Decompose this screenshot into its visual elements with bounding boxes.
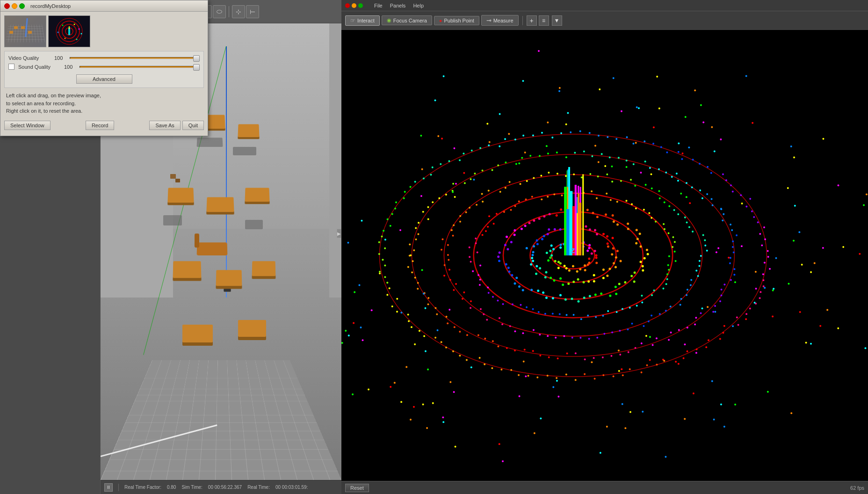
focus-camera-button[interactable]: ◉ Focus Camera [382,15,432,25]
publish-point-button[interactable]: ● Publish Point [434,16,479,25]
svg-point-4 [62,25,64,26]
toolbar-pointer-icon[interactable]: ⊹ [232,5,245,18]
rmd-preview-left[interactable] [4,15,46,47]
svg-point-6 [79,29,80,30]
rviz-dropdown-button[interactable]: ▼ [552,15,562,26]
video-quality-slider[interactable] [70,57,200,59]
interact-label: Interact [357,18,375,23]
svg-rect-12 [69,26,70,29]
svg-point-9 [65,38,66,39]
rviz-add-button[interactable]: + [527,15,537,26]
measure-button[interactable]: ⊸ Measure [481,15,519,26]
rmd-title: recordMyDesktop [30,3,71,9]
rviz-window-controls [345,3,363,8]
sim-time-value: 00 00:56:22.367 [208,485,242,490]
rviz-panels-menu[interactable]: Panels [390,3,406,8]
toolbar-sep-3 [229,6,229,17]
measure-label: Measure [493,18,514,23]
svg-point-7 [58,32,59,33]
sim-time-label: Sim Time: [181,485,202,490]
rviz-maximize-btn[interactable] [358,3,363,8]
rmd-minimize-btn[interactable] [12,3,17,9]
rviz-reset-button[interactable]: Reset [345,484,369,492]
status-bar: ⏸ Real Time Factor: 0.80 Sim Time: 00 00… [101,480,341,494]
rmd-preview-right[interactable] [48,15,90,47]
video-quality-value: 100 [54,55,66,61]
rmd-bottom-buttons: Select Window Record Save As Quit [4,119,204,132]
rmd-instructions: Left click and drag, on the preview imag… [4,92,204,115]
quit-button[interactable]: Quit [182,121,204,130]
rmd-close-btn[interactable] [4,3,10,9]
sound-quality-value: 100 [64,64,76,70]
svg-point-10 [76,39,78,40]
real-time-value: 00 00:03:01.59: [275,485,308,490]
rviz-settings-button[interactable]: ≡ [539,15,549,26]
rmd-controls: Video Quality 100 Sound Quality 100 Adva… [4,51,204,88]
point-cloud-canvas [341,30,868,481]
publish-point-icon: ● [439,18,442,23]
save-as-button[interactable]: Save As [149,121,180,130]
dropdown-icon: ▼ [554,17,560,24]
rviz-close-btn[interactable] [345,3,350,8]
rviz-menubar: File Panels Help [341,0,868,11]
video-quality-row: Video Quality 100 [8,55,200,61]
realtime-factor-value: 0.80 [167,485,176,490]
realtime-factor-label: Real Time Factor: [124,485,161,490]
sound-quality-checkbox[interactable] [8,64,14,70]
advanced-button[interactable]: Advanced [76,74,132,84]
rmd-window: recordMyDesktop [0,0,208,136]
focus-camera-icon: ◉ [387,17,391,23]
measure-icon: ⊸ [486,17,492,24]
rmd-titlebar: recordMyDesktop [0,0,208,12]
plus-icon: + [529,17,533,24]
interact-button[interactable]: ☞ Interact [345,15,380,26]
focus-camera-label: Focus Camera [393,18,427,23]
real-time-label: Real Time: [247,485,270,490]
rviz-bottom-bar: Reset 62 fps [341,481,868,494]
rmd-preview-area [4,15,204,47]
rmd-maximize-btn[interactable] [19,3,25,9]
rviz-window: File Panels Help ☞ Interact ◉ Focus Came… [341,0,868,494]
toolbar-cylinder-icon[interactable]: ⬭ [213,5,226,18]
point-cloud-view[interactable] [341,30,868,481]
rviz-toolbar-sep [522,16,523,25]
sound-quality-slider[interactable] [80,66,200,68]
publish-point-label: Publish Point [444,18,474,23]
settings-icon: ≡ [542,17,545,24]
interact-icon: ☞ [350,17,355,24]
rviz-toolbar: ☞ Interact ◉ Focus Camera ● Publish Poin… [341,11,868,30]
sound-quality-label: Sound Quality [18,64,60,70]
svg-point-5 [74,24,75,25]
video-quality-label: Video Quality [8,55,51,61]
select-window-button[interactable]: Select Window [4,121,51,130]
rviz-file-menu[interactable]: File [374,3,383,8]
pause-button[interactable]: ⏸ [104,483,113,492]
rviz-fps: 62 fps [850,485,864,491]
sound-quality-row: Sound Quality 100 [8,64,200,70]
toolbar-ruler-icon[interactable]: ⊢ [246,5,259,18]
record-button[interactable]: Record [86,121,114,130]
rviz-minimize-btn[interactable] [352,3,356,8]
svg-point-8 [81,33,82,35]
rviz-help-menu[interactable]: Help [413,3,424,8]
